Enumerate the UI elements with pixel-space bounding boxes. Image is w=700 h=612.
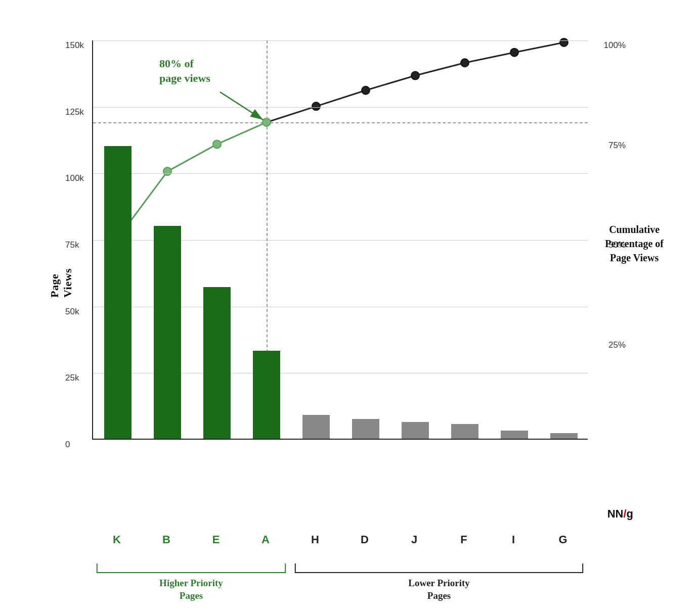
cumulative-dot-I xyxy=(510,49,518,57)
cumulative-line-green xyxy=(118,122,267,238)
bar-G xyxy=(550,433,578,439)
cumulative-line-black xyxy=(267,42,564,122)
x-label-H: H xyxy=(311,533,319,546)
cumulative-dot-B xyxy=(163,167,171,175)
bar-J xyxy=(402,422,429,439)
y-tick-left-100k: 100k xyxy=(65,173,84,183)
cumulative-dot-J xyxy=(411,72,419,80)
x-labels: KBEAHDJFIG xyxy=(92,533,588,553)
x-label-B: B xyxy=(162,533,170,546)
dashed-80pct-line xyxy=(93,122,588,123)
x-label-G: G xyxy=(558,533,567,546)
cumulative-dot-H xyxy=(312,102,320,110)
y-tick-right-25%: 25% xyxy=(608,340,626,350)
bar-B xyxy=(154,226,181,439)
x-label-E: E xyxy=(212,533,220,546)
x-label-D: D xyxy=(361,533,369,546)
annotation-text: 80% ofpage views xyxy=(159,57,210,85)
watermark: NN/g xyxy=(603,507,633,521)
x-label-F: F xyxy=(460,533,467,546)
cumulative-dot-F xyxy=(461,59,469,67)
bar-K xyxy=(104,146,132,439)
x-label-A: A xyxy=(261,533,270,546)
y-tick-right-50%: 50% xyxy=(608,240,626,250)
y-tick-left-150k: 150k xyxy=(65,40,84,51)
bar-A xyxy=(253,351,280,439)
bar-H xyxy=(302,415,330,439)
y-tick-left-50k: 50k xyxy=(65,307,79,317)
chart-area: 150k125k100k75k50k25k0100%75%50%25% xyxy=(92,40,588,440)
chart-container: PageViews CumulativePercentage ofPage Vi… xyxy=(52,35,648,531)
cumulative-dot-E xyxy=(213,140,221,148)
grid-line xyxy=(93,173,588,174)
cumulative-dot-D xyxy=(362,86,370,95)
y-tick-left-0: 0 xyxy=(65,440,70,450)
bar-F xyxy=(451,424,478,439)
bar-E xyxy=(203,287,231,439)
bar-I xyxy=(501,431,528,439)
y-tick-left-25k: 25k xyxy=(65,373,79,383)
y-tick-left-125k: 125k xyxy=(65,107,84,117)
bar-D xyxy=(352,419,379,439)
y-tick-right-100%: 100% xyxy=(604,40,626,51)
bracket-area: Higher PriorityPagesLower PriorityPages xyxy=(92,561,588,601)
x-label-J: J xyxy=(411,533,417,546)
grid-line xyxy=(93,107,588,108)
y-tick-right-75%: 75% xyxy=(608,140,626,151)
grid-line xyxy=(93,40,588,41)
y-axis-left-label: PageViews xyxy=(48,268,74,298)
x-label-K: K xyxy=(113,533,121,546)
watermark-logo: NN/g xyxy=(607,507,633,521)
y-tick-left-75k: 75k xyxy=(65,240,79,250)
higher-priority-label: Higher PriorityPages xyxy=(159,577,223,602)
x-label-I: I xyxy=(512,533,515,546)
lower-priority-label: Lower PriorityPages xyxy=(408,577,470,602)
watermark-slash: / xyxy=(623,507,626,520)
cumulative-dot-G xyxy=(560,38,568,46)
